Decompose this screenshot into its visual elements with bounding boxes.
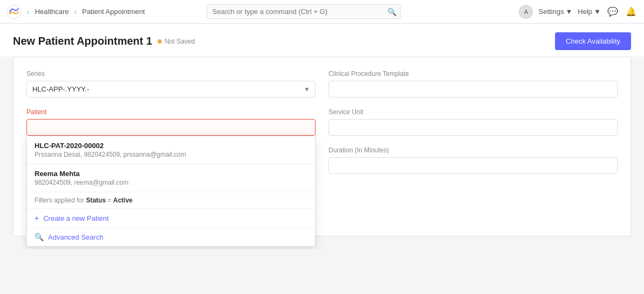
status-label: Not Saved [165,38,195,45]
breadcrumb-healthcare[interactable]: Healthcare [35,8,69,16]
form-row-patient: Patient HLC-PAT-2020-00002 Prssanna Desa… [26,108,618,136]
clinical-procedure-label: Clinical Procedure Template [328,70,618,78]
series-select[interactable]: HLC-APP-.YYYY.- [26,81,316,97]
command-search-input[interactable] [207,4,401,19]
page-header: New Patient Appointment 1 Not Saved Chec… [0,24,644,57]
dropdown-filter-note: Filters applied for Status = Active [27,192,315,209]
service-unit-field: Service Unit [328,108,618,136]
dropdown-item-1-sub: Prssanna Desai, 9820424509, prssanna@gma… [35,151,307,158]
empty-col [328,185,618,212]
page-title: New Patient Appointment 1 [13,35,152,47]
check-availability-button[interactable]: Check Availability [555,32,631,50]
service-unit-input[interactable] [328,119,618,136]
clinical-procedure-field: Clinical Procedure Template [328,70,618,97]
patient-input[interactable] [26,119,316,136]
advanced-search-action[interactable]: 🔍 Advanced Search [27,228,315,246]
status-badge: Not Saved [157,38,195,45]
status-dot [157,39,162,44]
series-label: Series [26,70,316,78]
dropdown-item-1-id: HLC-PAT-2020-00002 [35,142,307,150]
patient-dropdown: HLC-PAT-2020-00002 Prssanna Desai, 98204… [26,136,316,247]
svg-point-0 [7,5,21,19]
search-icon: 🔍 [387,8,396,16]
series-select-wrap: HLC-APP-.YYYY.- ▼ [26,81,316,97]
search-icon2: 🔍 [35,233,44,241]
chat-icon-button[interactable]: 💬 [606,5,619,18]
bell-icon-button[interactable]: 🔔 [625,5,638,18]
help-button[interactable]: Help ▼ [578,8,601,16]
form-card: Series HLC-APP-.YYYY.- ▼ Clinical Proced… [13,57,631,236]
form-row-series: Series HLC-APP-.YYYY.- ▼ Clinical Proced… [26,70,618,97]
avatar: A [519,5,533,19]
dropdown-item-2-sub: 9820424509, reema@gmail.com [35,179,307,186]
main-content: Series HLC-APP-.YYYY.- ▼ Clinical Proced… [0,57,644,249]
chevron-down-icon: ▼ [565,8,572,16]
patient-field: Patient HLC-PAT-2020-00002 Prssanna Desa… [26,108,316,136]
settings-button[interactable]: Settings ▼ [538,8,572,16]
plus-icon: + [35,214,39,222]
dropdown-item-2[interactable]: Reema Mehta 9820424509, reema@gmail.com [27,164,315,192]
breadcrumb-patient-appointment[interactable]: Patient Appointment [82,8,145,16]
create-patient-label: Create a new Patient [43,214,108,222]
patient-label: Patient [26,108,316,116]
advanced-search-label: Advanced Search [48,233,104,241]
create-new-patient-action[interactable]: + Create a new Patient [27,209,315,228]
page-title-wrap: New Patient Appointment 1 Not Saved [13,35,195,47]
dropdown-item-2-name: Reema Mehta [35,170,307,178]
service-unit-label: Service Unit [328,108,618,116]
command-search-wrap: 🔍 [207,4,401,19]
clinical-procedure-input[interactable] [328,81,618,97]
series-field: Series HLC-APP-.YYYY.- ▼ [26,70,316,97]
nav-chevron-icon: › [27,8,30,16]
duration-field: Duration (In Minutes) [328,146,618,174]
nav-chevron-icon2: › [74,8,77,16]
duration-input[interactable] [328,157,618,174]
top-navigation: › Healthcare › Patient Appointment 🔍 A S… [0,0,644,24]
nav-right-actions: A Settings ▼ Help ▼ 💬 🔔 [519,5,637,19]
duration-label: Duration (In Minutes) [328,146,618,154]
app-logo-icon [6,4,22,19]
chevron-down-icon2: ▼ [594,8,601,16]
dropdown-item-1[interactable]: HLC-PAT-2020-00002 Prssanna Desai, 98204… [27,136,315,164]
